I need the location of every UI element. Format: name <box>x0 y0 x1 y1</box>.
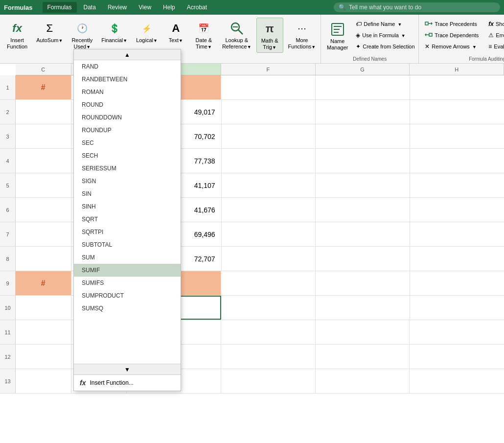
cell-c8[interactable] <box>16 247 71 271</box>
remove-arrows-button[interactable]: ✕ Remove Arrows ▼ <box>422 41 481 52</box>
cell-g7[interactable] <box>316 222 410 246</box>
cell-g2[interactable] <box>316 100 410 124</box>
cell-h12[interactable] <box>410 345 504 369</box>
cell-c11[interactable] <box>16 320 71 344</box>
cell-g11[interactable] <box>316 320 410 344</box>
more-functions-button[interactable]: ⋯ MoreFunctions▼ <box>284 18 320 52</box>
financial-button[interactable]: 💲 Financial▼ <box>97 18 131 46</box>
search-box[interactable]: 🔍 <box>334 2 500 12</box>
dropdown-item-sqrt[interactable]: SQRT <box>74 213 181 226</box>
insert-function-button[interactable]: fx InsertFunction <box>3 18 31 52</box>
cell-c12[interactable] <box>16 345 71 369</box>
menu-item-help[interactable]: Help <box>158 2 180 13</box>
cell-h5[interactable] <box>410 173 504 197</box>
dropdown-item-sumsq[interactable]: SUMSQ <box>74 302 181 315</box>
menu-item-acrobat[interactable]: Acrobat <box>182 2 212 13</box>
cell-h7[interactable] <box>410 222 504 246</box>
dropdown-item-sign[interactable]: SIGN <box>74 175 181 187</box>
trace-dependents-button[interactable]: Trace Dependents <box>422 30 481 41</box>
cell-f3[interactable] <box>222 124 316 148</box>
use-in-formula-button[interactable]: ◈ Use in Formula ▼ <box>353 30 417 41</box>
menu-item-data[interactable]: Data <box>79 2 101 13</box>
recently-used-button[interactable]: 🕐 RecentlyUsed▼ <box>68 18 96 52</box>
dropdown-item-sin[interactable]: SIN <box>74 187 181 200</box>
cell-f9[interactable] <box>221 271 316 295</box>
dropdown-item-sinh[interactable]: SINH <box>74 200 181 213</box>
cell-g9[interactable] <box>316 271 410 295</box>
create-from-selection-button[interactable]: ✦ Create from Selection <box>353 41 417 52</box>
cell-g12[interactable] <box>316 345 410 369</box>
cell-g3[interactable] <box>316 124 410 148</box>
cell-f2[interactable] <box>222 100 316 124</box>
math-trig-button[interactable]: π Math &Trig▼ <box>256 18 283 53</box>
cell-f7[interactable] <box>222 222 316 246</box>
scroll-down-button[interactable]: ▼ <box>74 364 181 374</box>
cell-g10[interactable] <box>316 296 410 320</box>
cell-f12[interactable] <box>221 345 316 369</box>
trace-precedents-button[interactable]: Trace Precedents <box>422 19 481 29</box>
dropdown-item-seriessum[interactable]: SERIESSUM <box>74 162 181 175</box>
dropdown-item-randbetween[interactable]: RANDBETWEEN <box>74 73 181 86</box>
cell-h8[interactable] <box>410 247 504 271</box>
dropdown-item-sumifs[interactable]: SUMIFS <box>74 277 181 289</box>
cell-c6[interactable] <box>16 198 71 222</box>
cell-g1[interactable] <box>316 75 410 99</box>
dropdown-item-roundup[interactable]: ROUNDUP <box>74 124 181 137</box>
cell-c13[interactable] <box>16 369 71 393</box>
cell-g5[interactable] <box>316 173 410 197</box>
dropdown-item-sumif[interactable]: SUMIF <box>74 264 181 277</box>
show-formulas-button[interactable]: fx Show Formulas <box>485 19 504 29</box>
dropdown-item-round[interactable]: ROUND <box>74 98 181 111</box>
dropdown-item-rounddown[interactable]: ROUNDDOWN <box>74 111 181 124</box>
cell-g13[interactable] <box>316 369 410 393</box>
menu-item-view[interactable]: View <box>134 2 156 13</box>
cell-h1[interactable] <box>410 75 504 99</box>
cell-g4[interactable] <box>316 149 410 173</box>
cell-c5[interactable] <box>16 173 71 197</box>
lookup-reference-button[interactable]: Lookup &Reference▼ <box>218 18 255 52</box>
cell-f13[interactable] <box>221 369 316 393</box>
cell-h4[interactable] <box>410 149 504 173</box>
cell-c3[interactable] <box>16 124 71 148</box>
cell-c7[interactable] <box>16 222 71 246</box>
cell-f8[interactable] <box>222 247 316 271</box>
dropdown-item-roman[interactable]: ROMAN <box>74 86 181 98</box>
dropdown-item-sqrtpi[interactable]: SQRTPI <box>74 226 181 238</box>
cell-f1[interactable] <box>221 75 316 99</box>
cell-c1[interactable]: # <box>16 75 71 99</box>
dropdown-item-rand[interactable]: RAND <box>74 60 181 73</box>
cell-c10[interactable] <box>16 296 71 320</box>
logical-button[interactable]: ⚡ Logical▼ <box>132 18 161 46</box>
dropdown-item-sech[interactable]: SECH <box>74 149 181 162</box>
text-button[interactable]: A Text▼ <box>162 18 189 46</box>
cell-h13[interactable] <box>410 369 504 393</box>
date-time-button[interactable]: 📅 Date &Time▼ <box>190 18 217 52</box>
evaluate-formula-button[interactable]: ≡ Evaluate Formula <box>485 41 504 52</box>
dropdown-item-sec[interactable]: SEC <box>74 137 181 149</box>
error-checking-button[interactable]: ⚠ Error Checking ▼ <box>485 30 504 41</box>
cell-c4[interactable] <box>16 149 71 173</box>
cell-c9[interactable]: # <box>16 271 71 295</box>
cell-f5[interactable] <box>222 173 316 197</box>
cell-h3[interactable] <box>410 124 504 148</box>
cell-f10[interactable] <box>221 296 316 320</box>
dropdown-item-sumproduct[interactable]: SUMPRODUCT <box>74 289 181 302</box>
name-manager-button[interactable]: NameManager <box>324 19 351 56</box>
define-name-button[interactable]: 🏷 Define Name ▼ <box>353 19 417 29</box>
dropdown-item-subtotal[interactable]: SUBTOTAL <box>74 238 181 251</box>
dropdown-item-sum[interactable]: SUM <box>74 251 181 264</box>
cell-h2[interactable] <box>410 100 504 124</box>
cell-h6[interactable] <box>410 198 504 222</box>
insert-function-row[interactable]: fx Insert Function... <box>74 374 181 391</box>
cell-h9[interactable] <box>410 271 504 295</box>
menu-item-formulas[interactable]: Formulas <box>43 2 77 13</box>
cell-c2[interactable] <box>16 100 71 124</box>
cell-f6[interactable] <box>222 198 316 222</box>
cell-g8[interactable] <box>316 247 410 271</box>
cell-f4[interactable] <box>222 149 316 173</box>
autosum-button[interactable]: Σ AutoSum▼ <box>32 18 67 46</box>
cell-h11[interactable] <box>410 320 504 344</box>
cell-g6[interactable] <box>316 198 410 222</box>
cell-h10[interactable] <box>410 296 504 320</box>
cell-f11[interactable] <box>221 320 316 344</box>
